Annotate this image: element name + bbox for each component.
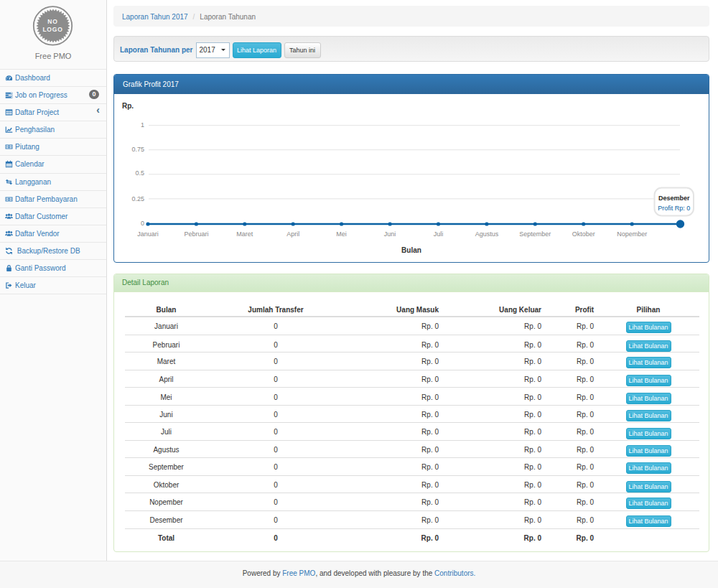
svg-text:NO: NO [47, 18, 57, 25]
svg-text:LOGO: LOGO [42, 26, 62, 33]
svg-text:Agustus: Agustus [475, 230, 499, 238]
svg-text:0.5: 0.5 [135, 169, 144, 177]
svg-text:0.25: 0.25 [131, 195, 144, 202]
svg-text:Januari: Januari [137, 230, 159, 238]
svg-text:Mei: Mei [336, 230, 347, 238]
svg-text:1: 1 [141, 121, 144, 129]
svg-text:Maret: Maret [236, 230, 253, 238]
svg-text:September: September [519, 230, 551, 238]
svg-text:Pebruari: Pebruari [184, 230, 208, 238]
svg-text:Nopember: Nopember [617, 230, 647, 238]
svg-text:Oktober: Oktober [572, 230, 595, 238]
svg-text:0.75: 0.75 [131, 146, 144, 153]
svg-text:April: April [286, 230, 299, 238]
svg-text:0: 0 [141, 220, 144, 227]
svg-text:Juni: Juni [384, 230, 396, 238]
svg-text:Desember: Desember [658, 195, 690, 202]
svg-text:Rp.: Rp. [122, 102, 134, 110]
svg-text:Profit Rp: 0: Profit Rp: 0 [658, 205, 690, 212]
svg-text:Juli: Juli [434, 230, 444, 238]
svg-text:Bulan: Bulan [401, 246, 421, 254]
